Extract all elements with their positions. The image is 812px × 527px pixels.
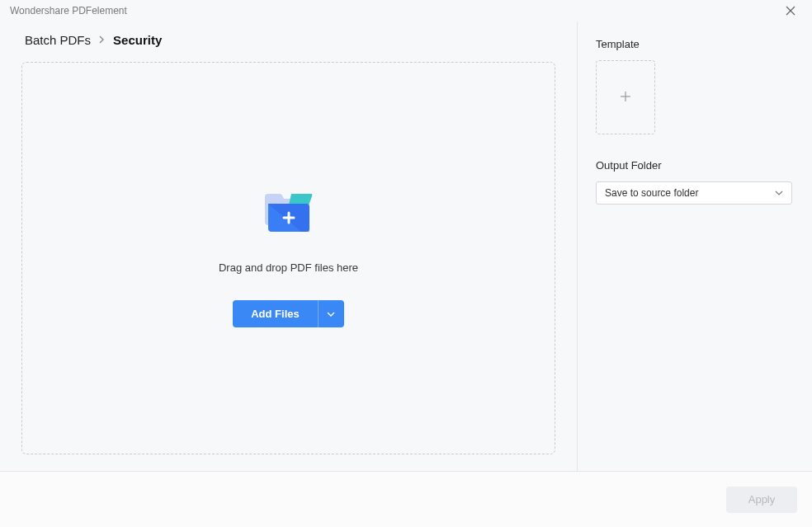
file-drop-zone[interactable]: Drag and drop PDF files here Add Files bbox=[21, 62, 555, 454]
add-template-button[interactable] bbox=[596, 60, 655, 134]
title-bar: Wondershare PDFelement bbox=[0, 0, 812, 21]
folder-add-icon bbox=[262, 189, 316, 235]
close-button[interactable] bbox=[779, 0, 802, 21]
drop-zone-text: Drag and drop PDF files here bbox=[219, 261, 358, 274]
chevron-down-icon bbox=[327, 312, 335, 317]
apply-button[interactable]: Apply bbox=[726, 487, 797, 513]
breadcrumb-current: Security bbox=[113, 33, 162, 47]
add-files-dropdown-button[interactable] bbox=[318, 300, 344, 327]
output-folder-value: Save to source folder bbox=[605, 187, 698, 199]
breadcrumb-parent[interactable]: Batch PDFs bbox=[25, 33, 91, 47]
chevron-right-icon bbox=[99, 35, 105, 46]
window-title: Wondershare PDFelement bbox=[10, 5, 127, 16]
chevron-down-icon bbox=[775, 191, 783, 195]
breadcrumb: Batch PDFs Security bbox=[25, 33, 555, 47]
plus-icon bbox=[620, 90, 631, 105]
add-files-button[interactable]: Add Files bbox=[233, 300, 318, 327]
output-folder-select[interactable]: Save to source folder bbox=[596, 181, 792, 205]
close-icon bbox=[786, 6, 795, 16]
footer-bar: Apply bbox=[0, 471, 812, 527]
template-section-label: Template bbox=[596, 38, 792, 50]
output-folder-label: Output Folder bbox=[596, 159, 792, 172]
